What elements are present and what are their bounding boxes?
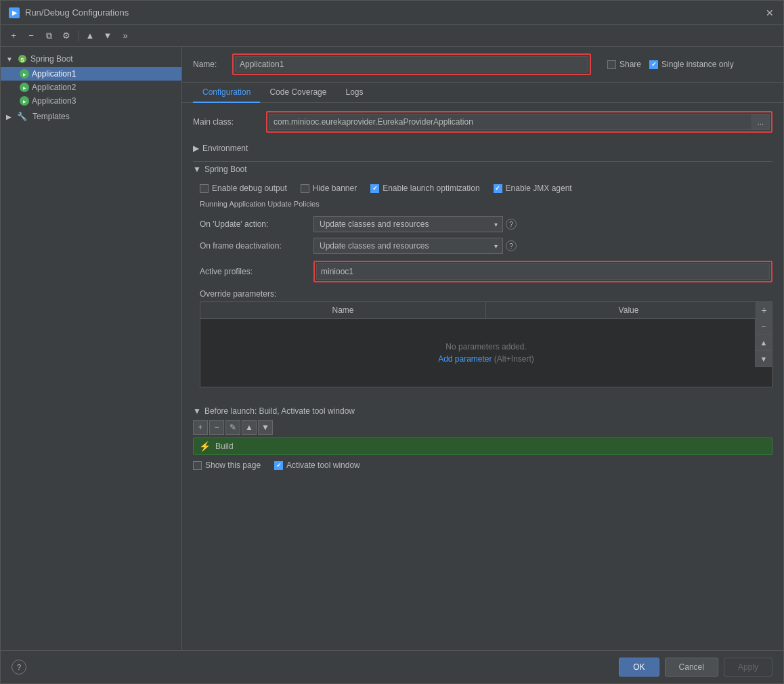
environment-header[interactable]: ▶ Environment [193, 141, 772, 156]
apply-button[interactable]: Apply [724, 658, 772, 677]
sidebar-item-application3[interactable]: ▶ Application3 [1, 94, 181, 108]
tab-logs[interactable]: Logs [336, 83, 372, 103]
app1-icon: ▶ [20, 69, 29, 79]
environment-section: ▶ Environment [193, 141, 772, 156]
main-class-input[interactable] [269, 114, 752, 130]
debug-output-row: Enable debug output [200, 184, 287, 193]
right-panel: Name: Share Single instance only [182, 47, 783, 650]
add-config-button[interactable]: + [6, 28, 21, 43]
templates-group[interactable]: ▶ 🔧 Templates [1, 109, 181, 124]
help-button[interactable]: ? [12, 660, 26, 675]
sidebar-item-application1[interactable]: ▶ Application1 [1, 67, 181, 81]
main-class-browse-button[interactable]: ... [752, 114, 770, 130]
launch-optimization-label: Enable launch optimization [383, 184, 479, 193]
wrench-icon: 🔧 [17, 112, 27, 121]
svg-text:▶: ▶ [23, 100, 26, 104]
before-launch-section: ▼ Before launch: Build, Activate tool wi… [193, 406, 772, 470]
svg-text:S: S [20, 57, 24, 63]
config-panel: Main class: ... ▶ Environment [182, 103, 783, 650]
title-bar: ▶ Run/Debug Configurations ✕ [1, 1, 783, 25]
ok-button[interactable]: OK [619, 658, 659, 677]
before-launch-remove-button[interactable]: − [209, 420, 224, 435]
params-table: Name Value + No parameters added. Add pa… [200, 301, 772, 387]
build-icon: ⚡ [199, 441, 210, 452]
main-class-label: Main class: [193, 117, 261, 127]
move-down-button[interactable]: ▼ [100, 28, 115, 43]
title-bar-left: ▶ Run/Debug Configurations [9, 7, 129, 18]
active-profiles-input[interactable] [316, 263, 770, 280]
sidebar-label-application2: Application2 [32, 83, 76, 92]
jmx-agent-row: Enable JMX agent [494, 184, 572, 193]
templates-chevron: ▶ [6, 113, 14, 121]
add-param-row: Add parameter (Alt+Insert) [438, 354, 534, 364]
settings-button[interactable]: ⚙ [59, 28, 74, 43]
show-page-label: Show this page [205, 461, 261, 470]
copy-config-button[interactable]: ⧉ [41, 28, 56, 43]
launch-optimization-checkbox[interactable] [370, 184, 379, 193]
single-instance-checkbox[interactable] [649, 60, 658, 69]
on-update-label: On 'Update' action: [200, 219, 308, 229]
jmx-agent-label: Enable JMX agent [506, 184, 572, 193]
app2-icon: ▶ [20, 83, 29, 92]
activate-tool-label: Activate tool window [286, 461, 360, 470]
spring-boot-config-header[interactable]: ▼ Spring Boot [193, 165, 772, 174]
hide-banner-checkbox[interactable] [301, 184, 309, 193]
spring-boot-label: Spring Boot [30, 54, 73, 64]
move-up-button[interactable]: ▲ [83, 28, 97, 43]
spring-boot-group[interactable]: ▼ S Spring Boot [1, 51, 181, 67]
hide-banner-label: Hide banner [313, 184, 357, 193]
main-content: ▼ S Spring Boot ▶ [1, 47, 783, 650]
before-launch-header[interactable]: ▼ Before launch: Build, Activate tool wi… [193, 406, 772, 416]
params-down-button[interactable]: ▼ [756, 351, 772, 367]
spring-boot-config-label: Spring Boot [204, 165, 247, 174]
params-minus-button[interactable]: − [756, 318, 772, 335]
name-row: Name: Share Single instance only [182, 47, 783, 83]
cancel-button[interactable]: Cancel [665, 658, 718, 677]
on-update-dropdown-container: Update classes and resources Hot swap cl… [313, 216, 503, 232]
on-frame-dropdown-wrapper: Update classes and resources Hot swap cl… [313, 238, 517, 254]
footer-left: ? [12, 660, 26, 675]
on-update-row: On 'Update' action: Update classes and r… [200, 216, 772, 232]
profile-input-wrapper [313, 261, 772, 282]
spring-boot-chevron: ▼ [6, 56, 14, 63]
before-launch-arrow: ▼ [193, 406, 201, 416]
sidebar-label-application1: Application1 [32, 69, 76, 79]
more-options-button[interactable]: » [118, 28, 133, 43]
running-app-title: Running Application Update Policies [200, 200, 772, 211]
running-app-section: Running Application Update Policies On '… [200, 200, 772, 254]
tab-code-coverage[interactable]: Code Coverage [260, 83, 336, 103]
no-params-text: No parameters added. [445, 342, 526, 351]
sidebar-item-application2[interactable]: ▶ Application2 [1, 81, 181, 94]
spring-boot-config-arrow: ▼ [193, 165, 201, 174]
on-update-dropdown-wrapper: Update classes and resources Hot swap cl… [313, 216, 517, 232]
configurations-toolbar: + − ⧉ ⚙ ▲ ▼ » [1, 25, 783, 47]
dialog-icon: ▶ [9, 7, 20, 18]
jmx-agent-checkbox[interactable] [494, 184, 502, 193]
dialog-title: Run/Debug Configurations [25, 7, 129, 18]
tab-configuration[interactable]: Configuration [193, 83, 260, 103]
activate-tool-row: Activate tool window [274, 461, 360, 470]
add-param-link[interactable]: Add parameter [438, 354, 492, 364]
active-profiles-label: Active profiles: [200, 267, 308, 276]
before-launch-down-button[interactable]: ▼ [258, 420, 273, 435]
on-frame-dropdown[interactable]: Update classes and resources Hot swap cl… [313, 238, 503, 254]
params-up-button[interactable]: ▲ [756, 335, 772, 351]
close-button[interactable]: ✕ [764, 7, 775, 18]
on-frame-help-icon[interactable]: ? [506, 240, 517, 251]
name-input[interactable] [235, 56, 588, 72]
toolbar-separator [78, 30, 79, 41]
show-page-checkbox[interactable] [193, 461, 202, 470]
add-param-header-button[interactable]: + [756, 302, 772, 318]
activate-tool-checkbox[interactable] [274, 461, 283, 470]
on-update-help-icon[interactable]: ? [506, 219, 517, 230]
on-update-dropdown[interactable]: Update classes and resources Hot swap cl… [313, 216, 503, 232]
remove-config-button[interactable]: − [24, 28, 39, 43]
before-launch-edit-button[interactable]: ✎ [225, 420, 240, 435]
sidebar-label-application3: Application3 [32, 96, 76, 106]
app3-icon: ▶ [20, 96, 29, 106]
before-launch-add-button[interactable]: + [193, 420, 208, 435]
before-launch-up-button[interactable]: ▲ [242, 420, 257, 435]
spring-boot-icon: S [17, 54, 28, 64]
debug-output-checkbox[interactable] [200, 184, 209, 193]
share-checkbox[interactable] [607, 60, 616, 69]
